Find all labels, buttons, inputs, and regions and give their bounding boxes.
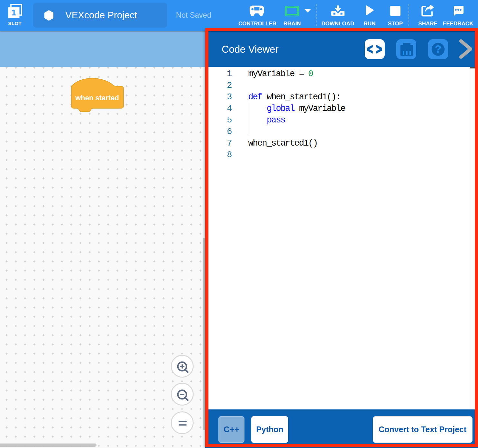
svg-text:?: ? <box>435 43 441 55</box>
svg-text:when started: when started <box>75 94 119 102</box>
svg-text:1: 1 <box>12 8 16 17</box>
